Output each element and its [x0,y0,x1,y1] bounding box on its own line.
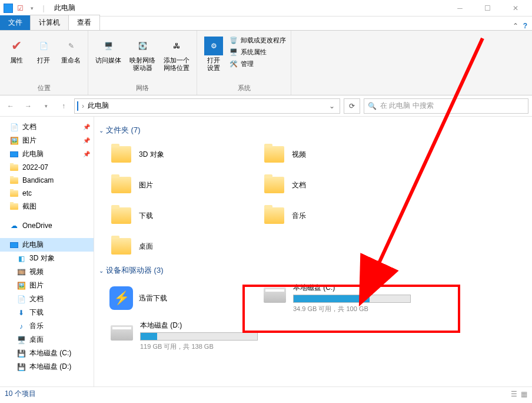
address-bar-row: ← → ▾ ↑ › 此电脑 ⌄ ⟳ 🔍 在 此电脑 中搜索 [0,95,532,117]
open-settings-button[interactable]: ⚙ 打开 设置 [202,35,225,73]
sidebar-item-folder[interactable]: 2022-07 [0,161,94,174]
drive-icon: 💽 [133,37,152,55]
ribbon: ✔ 属性 📄 打开 ✎ 重命名 位置 🖥️ 访问媒体 💽 映射网络 驱动器 [0,31,532,95]
group-system-label: 系统 [202,84,286,93]
pic-icon: 🖼️ [9,136,19,146]
chevron-down-icon: ⌄ [99,127,104,134]
rename-button[interactable]: ✎ 重命名 [59,35,83,65]
doc-icon: 📄 [9,123,19,132]
sidebar-item-music[interactable]: ♪音乐 [0,319,94,333]
add-location-button[interactable]: 🖧 添加一个 网络位置 [161,35,192,73]
rename-icon: ✎ [62,37,81,55]
up-button[interactable]: ↑ [56,99,71,113]
sidebar-item-disk-d[interactable]: 💾本地磁盘 (D:) [0,360,94,374]
dropdown-icon[interactable]: ▾ [27,4,36,13]
sidebar-item-documents[interactable]: 📄文档 [0,292,94,306]
address-dropdown-icon[interactable]: ⌄ [327,102,337,110]
maximize-button[interactable]: ☐ [474,2,501,15]
pin-icon: 📌 [83,151,90,157]
folder-icon [9,163,19,172]
disk-icon [109,321,134,345]
sidebar-item-3d[interactable]: ◧3D 对象 [0,252,94,265]
thunder-download[interactable]: ⚡ 迅雷下载 [98,279,251,317]
capacity-bar [140,332,258,341]
breadcrumb[interactable]: 此电脑 [88,101,109,111]
close-button[interactable]: ✕ [502,2,528,15]
pc-icon [9,150,19,159]
manage-button[interactable]: 🛠️管理 [229,59,286,68]
tab-file[interactable]: 文件 [0,15,31,30]
open-button[interactable]: 📄 打开 [32,35,55,65]
uninstall-icon: 🗑️ [229,35,238,45]
address-bar[interactable]: › 此电脑 ⌄ [74,98,340,114]
tiles-view-icon[interactable]: ▦ [521,390,527,398]
folder-pictures[interactable]: 图片 [98,170,251,200]
properties-button[interactable]: ✔ 属性 [5,35,28,65]
search-input[interactable]: 🔍 在 此电脑 中搜索 [364,98,528,114]
sidebar-item-thispc[interactable]: 此电脑📌 [0,147,94,161]
folder-icon [9,189,19,198]
sidebar-item-pictures[interactable]: 🖼️图片 [0,279,94,292]
folder-downloads[interactable]: 下载 [98,200,251,231]
folder-icon [9,202,19,212]
sidebar-item-disk-c[interactable]: 💾本地磁盘 (C:) [0,346,94,360]
video-folder-icon [262,143,286,166]
back-button[interactable]: ← [4,99,18,113]
access-media-button[interactable]: 🖥️ 访问媒体 [93,35,124,65]
folder-videos[interactable]: 视频 [251,139,404,170]
pic-icon: 🖼️ [16,281,26,290]
sidebar-item-thispc-main[interactable]: 此电脑 [0,238,94,252]
help-icon[interactable]: ? [523,22,527,30]
titlebar: ☑ ▾ | 此电脑 ─ ☐ ✕ [0,0,532,16]
uninstall-button[interactable]: 🗑️卸载或更改程序 [229,35,286,45]
desktop-folder-icon [109,234,133,258]
sidebar-item-documents[interactable]: 📄文档📌 [0,120,94,134]
group-network-label: 网络 [93,84,192,93]
sidebar-item-onedrive[interactable]: ☁OneDrive [0,219,94,232]
system-properties-button[interactable]: 🖥️系统属性 [229,47,286,57]
pin-icon: 📌 [83,137,90,144]
sidebar-item-folder[interactable]: 截图 [0,200,94,213]
folders-section-header[interactable]: ⌄ 文件夹 (7) [98,121,528,139]
sidebar-item-folder[interactable]: etc [0,187,94,200]
tab-computer[interactable]: 计算机 [30,15,69,30]
checkbox-icon[interactable]: ☑ [15,4,25,13]
sidebar-item-pictures[interactable]: 🖼️图片📌 [0,134,94,147]
refresh-button[interactable]: ⟳ [344,98,360,114]
details-view-icon[interactable]: ☰ [511,390,517,398]
folder-3d-objects[interactable]: 3D 对象 [98,139,251,170]
group-location-label: 位置 [5,84,83,93]
pc-icon [4,4,13,13]
desktop-icon: 🖥️ [16,335,26,345]
minimize-button[interactable]: ─ [447,2,473,15]
check-icon: ✔ [7,37,26,55]
pc-icon [9,240,19,250]
folder-music[interactable]: 音乐 [251,200,404,231]
content-area: ⌄ 文件夹 (7) 3D 对象 视频 图片 文档 下载 音乐 桌面 ⌄ 设备和驱… [94,117,532,387]
sidebar-item-folder[interactable]: Bandicam [0,174,94,187]
music-folder-icon [262,204,286,227]
sysprop-icon: 🖥️ [229,47,238,57]
item-count: 10 个项目 [5,389,36,399]
search-icon: 🔍 [368,102,377,110]
tab-view[interactable]: 查看 [68,15,100,30]
sidebar-item-videos[interactable]: 🎞️视频 [0,265,94,279]
pictures-folder-icon [109,173,133,197]
disk-icon: 💾 [16,362,26,372]
window-title: 此电脑 [54,3,75,13]
cloud-icon: ☁ [9,221,19,230]
folder-desktop[interactable]: 桌面 [98,231,251,262]
collapse-ribbon-icon[interactable]: ⌃ [513,22,518,30]
forward-button[interactable]: → [21,99,35,113]
sidebar-item-downloads[interactable]: ⬇下载 [0,306,94,319]
pc-icon [77,102,78,110]
recent-dropdown[interactable]: ▾ [39,99,53,113]
folder-documents[interactable]: 文档 [251,170,404,200]
map-drive-button[interactable]: 💽 映射网络 驱动器 [127,35,158,73]
sidebar-item-desktop[interactable]: 🖥️桌面 [0,333,94,346]
drives-section-header[interactable]: ⌄ 设备和驱动器 (3) [98,262,528,279]
sidebar: 📄文档📌 🖼️图片📌 此电脑📌 2022-07 Bandicam etc 截图 … [0,117,94,387]
downloads-folder-icon [109,204,133,227]
cube-icon [109,143,133,166]
media-icon: 🖥️ [99,37,118,55]
